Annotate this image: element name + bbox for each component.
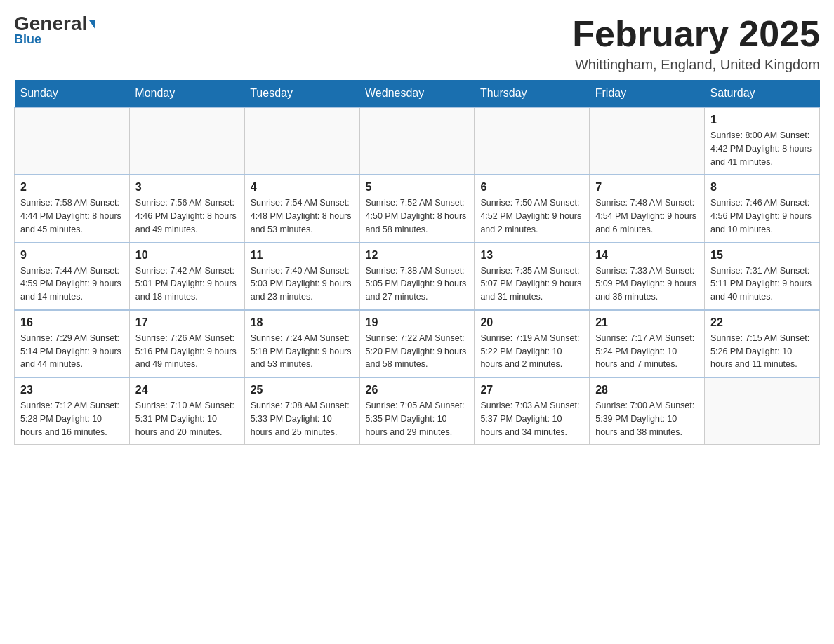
calendar-day-cell: 8Sunrise: 7:46 AM Sunset: 4:56 PM Daylig…: [705, 175, 820, 242]
day-number: 26: [366, 384, 469, 396]
day-number: 8: [710, 181, 814, 194]
calendar-week-row: 16Sunrise: 7:29 AM Sunset: 5:14 PM Dayli…: [15, 310, 820, 377]
day-number: 23: [20, 384, 124, 396]
calendar-day-cell: [590, 107, 705, 175]
day-info: Sunrise: 7:12 AM Sunset: 5:28 PM Dayligh…: [20, 399, 124, 438]
day-number: 27: [480, 384, 583, 396]
month-title: February 2025: [572, 14, 820, 54]
calendar-day-cell: 1Sunrise: 8:00 AM Sunset: 4:42 PM Daylig…: [705, 107, 820, 175]
day-info: Sunrise: 7:56 AM Sunset: 4:46 PM Dayligh…: [135, 196, 239, 236]
day-number: 13: [480, 249, 583, 262]
calendar-day-cell: 9Sunrise: 7:44 AM Sunset: 4:59 PM Daylig…: [15, 243, 130, 310]
calendar-day-cell: 10Sunrise: 7:42 AM Sunset: 5:01 PM Dayli…: [129, 243, 244, 310]
calendar-day-cell: [705, 377, 820, 445]
day-info: Sunrise: 7:10 AM Sunset: 5:31 PM Dayligh…: [135, 399, 239, 438]
calendar-day-cell: 18Sunrise: 7:24 AM Sunset: 5:18 PM Dayli…: [244, 310, 359, 377]
day-info: Sunrise: 7:22 AM Sunset: 5:20 PM Dayligh…: [366, 332, 469, 371]
title-section: February 2025 Whittingham, England, Unit…: [572, 14, 820, 73]
day-info: Sunrise: 7:00 AM Sunset: 5:39 PM Dayligh…: [595, 399, 699, 438]
calendar-day-cell: 26Sunrise: 7:05 AM Sunset: 5:35 PM Dayli…: [359, 377, 475, 445]
day-number: 15: [710, 249, 814, 262]
day-number: 10: [135, 249, 239, 262]
day-number: 21: [595, 316, 699, 329]
day-info: Sunrise: 7:48 AM Sunset: 4:54 PM Dayligh…: [595, 196, 699, 236]
day-number: 25: [251, 384, 354, 396]
day-info: Sunrise: 7:46 AM Sunset: 4:56 PM Dayligh…: [710, 196, 814, 236]
calendar-header-row: Sunday Monday Tuesday Wednesday Thursday…: [15, 80, 820, 107]
day-number: 9: [20, 249, 124, 262]
day-info: Sunrise: 7:42 AM Sunset: 5:01 PM Dayligh…: [135, 264, 239, 304]
day-number: 4: [251, 181, 354, 194]
day-info: Sunrise: 7:08 AM Sunset: 5:33 PM Dayligh…: [251, 399, 354, 438]
day-number: 17: [135, 316, 239, 329]
day-info: Sunrise: 7:24 AM Sunset: 5:18 PM Dayligh…: [251, 332, 354, 371]
day-number: 3: [135, 181, 239, 194]
day-number: 24: [135, 384, 239, 396]
calendar-day-cell: 17Sunrise: 7:26 AM Sunset: 5:16 PM Dayli…: [129, 310, 244, 377]
day-info: Sunrise: 7:44 AM Sunset: 4:59 PM Dayligh…: [20, 264, 124, 304]
day-info: Sunrise: 7:17 AM Sunset: 5:24 PM Dayligh…: [595, 332, 699, 371]
day-info: Sunrise: 7:19 AM Sunset: 5:22 PM Dayligh…: [480, 332, 583, 371]
calendar-day-cell: 3Sunrise: 7:56 AM Sunset: 4:46 PM Daylig…: [129, 175, 244, 242]
day-info: Sunrise: 7:03 AM Sunset: 5:37 PM Dayligh…: [480, 399, 583, 438]
calendar-day-cell: 25Sunrise: 7:08 AM Sunset: 5:33 PM Dayli…: [244, 377, 359, 445]
calendar-day-cell: 11Sunrise: 7:40 AM Sunset: 5:03 PM Dayli…: [244, 243, 359, 310]
calendar-day-cell: [359, 107, 475, 175]
calendar-day-cell: 21Sunrise: 7:17 AM Sunset: 5:24 PM Dayli…: [590, 310, 705, 377]
calendar-day-cell: 16Sunrise: 7:29 AM Sunset: 5:14 PM Dayli…: [15, 310, 130, 377]
calendar-week-row: 2Sunrise: 7:58 AM Sunset: 4:44 PM Daylig…: [15, 175, 820, 242]
logo-blue-text: Blue: [14, 32, 41, 47]
day-info: Sunrise: 8:00 AM Sunset: 4:42 PM Dayligh…: [710, 129, 814, 168]
day-number: 28: [595, 384, 699, 396]
calendar-day-cell: 12Sunrise: 7:38 AM Sunset: 5:05 PM Dayli…: [359, 243, 475, 310]
header-tuesday: Tuesday: [244, 80, 359, 107]
day-number: 12: [366, 249, 469, 262]
day-info: Sunrise: 7:40 AM Sunset: 5:03 PM Dayligh…: [251, 264, 354, 304]
day-number: 6: [480, 181, 583, 194]
day-number: 11: [251, 249, 354, 262]
day-info: Sunrise: 7:50 AM Sunset: 4:52 PM Dayligh…: [480, 196, 583, 236]
calendar-day-cell: 22Sunrise: 7:15 AM Sunset: 5:26 PM Dayli…: [705, 310, 820, 377]
calendar-day-cell: 19Sunrise: 7:22 AM Sunset: 5:20 PM Dayli…: [359, 310, 475, 377]
calendar-day-cell: 4Sunrise: 7:54 AM Sunset: 4:48 PM Daylig…: [244, 175, 359, 242]
calendar-day-cell: [129, 107, 244, 175]
calendar-day-cell: 27Sunrise: 7:03 AM Sunset: 5:37 PM Dayli…: [475, 377, 590, 445]
page-header: General Blue February 2025 Whittingham, …: [14, 14, 820, 73]
day-info: Sunrise: 7:26 AM Sunset: 5:16 PM Dayligh…: [135, 332, 239, 371]
day-number: 1: [710, 114, 814, 126]
day-number: 5: [366, 181, 469, 194]
logo-text: General: [14, 14, 95, 34]
header-sunday: Sunday: [15, 80, 130, 107]
calendar-day-cell: 2Sunrise: 7:58 AM Sunset: 4:44 PM Daylig…: [15, 175, 130, 242]
calendar-day-cell: 13Sunrise: 7:35 AM Sunset: 5:07 PM Dayli…: [475, 243, 590, 310]
location: Whittingham, England, United Kingdom: [572, 57, 820, 73]
calendar-day-cell: [15, 107, 130, 175]
calendar-day-cell: [475, 107, 590, 175]
calendar-table: Sunday Monday Tuesday Wednesday Thursday…: [14, 80, 820, 445]
calendar-week-row: 9Sunrise: 7:44 AM Sunset: 4:59 PM Daylig…: [15, 243, 820, 310]
day-info: Sunrise: 7:31 AM Sunset: 5:11 PM Dayligh…: [710, 264, 814, 304]
day-info: Sunrise: 7:52 AM Sunset: 4:50 PM Dayligh…: [366, 196, 469, 236]
day-number: 18: [251, 316, 354, 329]
calendar-day-cell: 5Sunrise: 7:52 AM Sunset: 4:50 PM Daylig…: [359, 175, 475, 242]
day-number: 20: [480, 316, 583, 329]
calendar-day-cell: 20Sunrise: 7:19 AM Sunset: 5:22 PM Dayli…: [475, 310, 590, 377]
calendar-day-cell: 15Sunrise: 7:31 AM Sunset: 5:11 PM Dayli…: [705, 243, 820, 310]
day-info: Sunrise: 7:15 AM Sunset: 5:26 PM Dayligh…: [710, 332, 814, 371]
header-friday: Friday: [590, 80, 705, 107]
day-number: 16: [20, 316, 124, 329]
day-info: Sunrise: 7:33 AM Sunset: 5:09 PM Dayligh…: [595, 264, 699, 304]
calendar-day-cell: 23Sunrise: 7:12 AM Sunset: 5:28 PM Dayli…: [15, 377, 130, 445]
day-number: 19: [366, 316, 469, 329]
calendar-week-row: 23Sunrise: 7:12 AM Sunset: 5:28 PM Dayli…: [15, 377, 820, 445]
calendar-day-cell: 24Sunrise: 7:10 AM Sunset: 5:31 PM Dayli…: [129, 377, 244, 445]
calendar-day-cell: 6Sunrise: 7:50 AM Sunset: 4:52 PM Daylig…: [475, 175, 590, 242]
day-info: Sunrise: 7:05 AM Sunset: 5:35 PM Dayligh…: [366, 399, 469, 438]
calendar-day-cell: 14Sunrise: 7:33 AM Sunset: 5:09 PM Dayli…: [590, 243, 705, 310]
calendar-day-cell: 28Sunrise: 7:00 AM Sunset: 5:39 PM Dayli…: [590, 377, 705, 445]
calendar-day-cell: [244, 107, 359, 175]
day-number: 7: [595, 181, 699, 194]
day-info: Sunrise: 7:35 AM Sunset: 5:07 PM Dayligh…: [480, 264, 583, 304]
header-monday: Monday: [129, 80, 244, 107]
day-number: 14: [595, 249, 699, 262]
